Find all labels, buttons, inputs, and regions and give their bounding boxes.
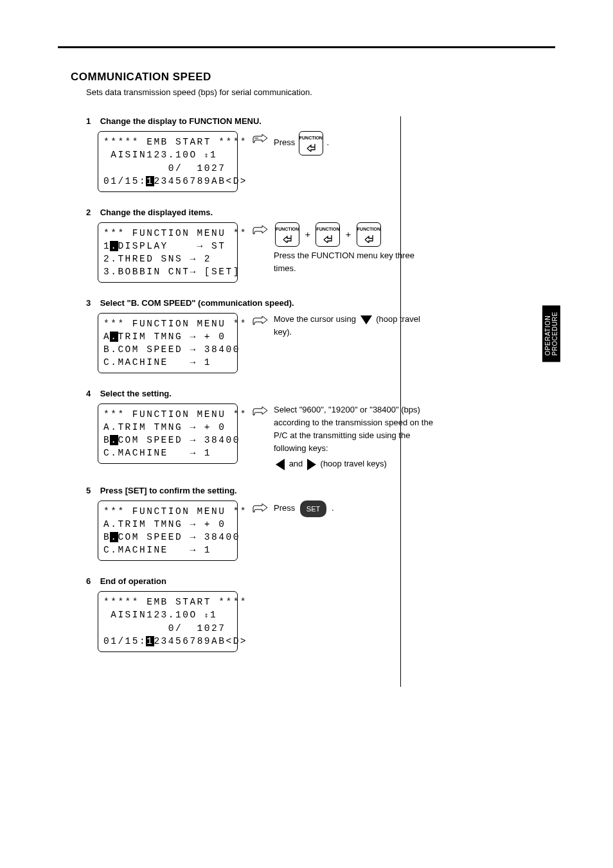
instruction-text: Press FUNCTION . [274,131,329,155]
step-num: 5 [86,486,98,495]
return-icon [281,234,293,243]
step-num: 1 [86,116,98,126]
function-key[interactable]: FUNCTION [275,222,299,247]
lcd-display: ***** EMB START **** AISIN123.10O 1 0/ 1… [98,131,238,192]
step-head: 1 Change the display to FUNCTION MENU. [86,116,562,126]
lcd-display: *** FUNCTION MENU ** 1.DISPLAY → ST 2.TH… [98,222,238,283]
instruction-text: Press SET . [274,500,334,517]
step-num: 6 [86,576,98,586]
point-hand-icon [252,405,269,418]
return-icon [305,143,317,152]
step-title: Select the setting. [100,389,172,398]
lcd-display: *** FUNCTION MENU ** A.TRIM TMNG → + 0 B… [98,403,238,464]
plus-icon: + [305,229,310,240]
point-hand-icon [252,132,269,146]
step-head: 6 End of operation [86,576,562,586]
lcd-display: *** FUNCTION MENU ** A.TRIM TMNG → + 0 B… [98,313,238,373]
function-key[interactable]: FUNCTION [315,222,340,247]
step-num: 4 [86,389,98,398]
instruction-text: Move the cursor using (hoop travel key). [274,313,434,339]
section-intro: Sets data transmission speed (bps) for s… [86,87,562,97]
return-icon [363,234,375,243]
instruction-text: Select "9600", "19200" or "38400" (bps) … [274,403,434,470]
section-title: COMMUNICATION SPEED [71,71,562,84]
point-hand-icon [252,314,269,328]
step-2: 2 Change the displayed items. *** FUNCTI… [86,208,562,283]
step-head: 3 Select "B. COM SPEED" (communication s… [86,298,562,308]
step-title: Change the display to FUNCTION MENU. [100,116,262,126]
step-5: 5 Press [SET] to confirm the setting. **… [86,486,562,561]
step-4: 4 Select the setting. *** FUNCTION MENU … [86,389,562,470]
step-3: 3 Select "B. COM SPEED" (communication s… [86,298,562,373]
function-key[interactable]: FUNCTION [357,222,381,247]
step-title: End of operation [100,576,166,586]
left-arrow-icon[interactable] [276,459,285,470]
point-hand-icon [252,224,269,237]
return-icon [322,234,333,243]
function-key[interactable]: FUNCTION [299,131,323,155]
step-title: Press [SET] to confirm the setting. [100,486,237,495]
point-hand-icon [252,502,269,515]
step-title: Change the displayed items. [100,208,213,217]
step-head: 5 Press [SET] to confirm the setting. [86,486,562,495]
step-head: 2 Change the displayed items. [86,208,562,217]
step-head: 4 Select the setting. [86,389,562,398]
right-arrow-icon[interactable] [307,459,316,470]
step-6: 6 End of operation ***** EMB START **** … [86,576,562,652]
step-num: 3 [86,298,98,308]
lcd-display: *** FUNCTION MENU ** A.TRIM TMNG → + 0 B… [98,500,238,561]
step-num: 2 [86,208,98,217]
header-rule [58,46,555,48]
step-1: 1 Change the display to FUNCTION MENU. *… [86,116,562,192]
instruction-text: FUNCTION + FUNCTION + FUNCTION Press the… [274,222,434,275]
lcd-display: ***** EMB START **** AISIN123.10O 1 0/ 1… [98,591,238,652]
down-arrow-icon[interactable] [360,315,372,324]
plus-icon: + [346,229,351,240]
set-key[interactable]: SET [300,500,326,517]
step-title: Select "B. COM SPEED" (communication spe… [100,298,294,308]
